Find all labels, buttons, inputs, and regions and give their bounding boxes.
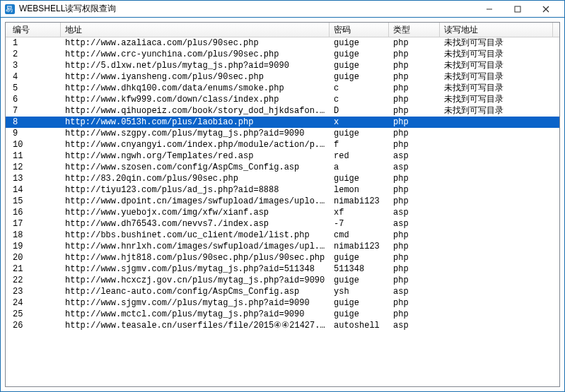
cell-password: -7 xyxy=(330,218,389,230)
cell-url: http://www.dpoint.cn/images/swfupload/im… xyxy=(61,196,330,207)
cell-type: asp xyxy=(389,207,440,218)
listview[interactable]: 编号 地址 密码 类型 读写地址 1http://www.azaliaca.co… xyxy=(5,22,560,387)
cell-password: D xyxy=(330,105,389,117)
table-row[interactable]: 13http://83.20qin.com/plus/90sec.phpguig… xyxy=(6,173,559,184)
cell-rw xyxy=(440,275,553,286)
cell-type: php xyxy=(389,94,440,105)
cell-url: http://www.azaliaca.com/plus/90sec.php xyxy=(61,37,330,49)
cell-password: x xyxy=(330,117,389,128)
cell-number: 23 xyxy=(6,286,61,297)
cell-number: 6 xyxy=(6,94,61,105)
cell-password: nimabi123 xyxy=(330,196,389,207)
table-row[interactable]: 3http://5.dlxw.net/plus/mytag_js.php?aid… xyxy=(6,60,559,71)
cell-number: 15 xyxy=(6,196,61,207)
cell-password: red xyxy=(330,150,389,162)
rows-container: 1http://www.azaliaca.com/plus/90sec.phpg… xyxy=(6,37,559,386)
cell-number: 19 xyxy=(6,241,61,252)
cell-rw: 未找到可写目录 xyxy=(440,83,553,94)
cell-url: http://www.crc-yunchina.com/plus/90sec.p… xyxy=(61,49,330,60)
cell-password: guige xyxy=(330,309,389,320)
cell-type: php xyxy=(389,241,440,252)
cell-password: guige xyxy=(330,71,389,83)
cell-number: 1 xyxy=(6,37,61,49)
cell-url: http://83.20qin.com/plus/90sec.php xyxy=(61,173,330,184)
column-headers: 编号 地址 密码 类型 读写地址 xyxy=(6,23,559,37)
cell-rw xyxy=(440,150,553,162)
cell-url: http://www.sjgmv.com/plus/mytag_js.php?a… xyxy=(61,263,330,275)
cell-url: http://www.qihuopeiz.com/book/story_dod_… xyxy=(61,105,330,117)
cell-url: http://leanc-auto.com/config/AspCms_Conf… xyxy=(61,286,330,297)
cell-url: http://www.mctcl.com/plus/mytag_js.php?a… xyxy=(61,309,330,320)
table-row[interactable]: 15http://www.dpoint.cn/images/swfupload/… xyxy=(6,196,559,207)
titlebar[interactable]: WEBSHELL读写权限查询 xyxy=(1,1,564,18)
minimize-button[interactable] xyxy=(475,1,503,17)
table-row[interactable]: 26http://www.teasale.cn/userfiles/file/2… xyxy=(6,320,559,331)
column-header-password[interactable]: 密码 xyxy=(330,23,389,37)
cell-password: cmd xyxy=(330,230,389,241)
cell-type: asp xyxy=(389,320,440,331)
table-row[interactable]: 8http://www.0513h.com/plus/laobiao.phpxp… xyxy=(6,117,559,128)
cell-password: ysh xyxy=(330,286,389,297)
cell-password: guige xyxy=(330,49,389,60)
table-row[interactable]: 7http://www.qihuopeiz.com/book/story_dod… xyxy=(6,105,559,117)
maximize-button[interactable] xyxy=(503,1,532,17)
cell-password: xf xyxy=(330,207,389,218)
cell-rw xyxy=(440,128,553,139)
table-row[interactable]: 20http://www.hjt818.com/plus/90sec.php/p… xyxy=(6,252,559,263)
cell-number: 9 xyxy=(6,128,61,139)
cell-rw xyxy=(440,230,553,241)
cell-rw xyxy=(440,184,553,196)
cell-number: 22 xyxy=(6,275,61,286)
column-header-number[interactable]: 编号 xyxy=(6,23,61,37)
cell-rw xyxy=(440,139,553,150)
cell-password: f xyxy=(330,139,389,150)
table-row[interactable]: 11http://www.ngwh.org/Templates/red.aspr… xyxy=(6,150,559,162)
close-button[interactable] xyxy=(532,1,560,17)
table-row[interactable]: 17http://www.dh76543.com/nevvs7./index.a… xyxy=(6,218,559,230)
cell-password: c xyxy=(330,94,389,105)
column-header-url[interactable]: 地址 xyxy=(61,23,330,37)
cell-type: php xyxy=(389,117,440,128)
table-row[interactable]: 9http://www.szgpy.com/plus/mytag_js.php?… xyxy=(6,128,559,139)
cell-type: php xyxy=(389,230,440,241)
table-row[interactable]: 10http://www.cnyangyi.com/index.php/modu… xyxy=(6,139,559,150)
cell-url: http://www.szosen.com/config/AspCms_Conf… xyxy=(61,162,330,173)
table-row[interactable]: 6http://www.kfw999.com/down/class/index.… xyxy=(6,94,559,105)
cell-rw: 未找到可写目录 xyxy=(440,105,553,117)
cell-rw: 未找到可写目录 xyxy=(440,49,553,60)
table-row[interactable]: 14http://tiyu123.com/plus/ad_js.php?aid=… xyxy=(6,184,559,196)
table-row[interactable]: 22http://www.hcxczj.gov.cn/plus/mytag_js… xyxy=(6,275,559,286)
table-row[interactable]: 21http://www.sjgmv.com/plus/mytag_js.php… xyxy=(6,263,559,275)
cell-type: asp xyxy=(389,218,440,230)
client-area: 编号 地址 密码 类型 读写地址 1http://www.azaliaca.co… xyxy=(1,18,564,391)
column-header-type[interactable]: 类型 xyxy=(389,23,440,37)
table-row[interactable]: 25http://www.mctcl.com/plus/mytag_js.php… xyxy=(6,309,559,320)
table-row[interactable]: 16http://www.yuebojx.com/img/xfw/xianf.a… xyxy=(6,207,559,218)
cell-number: 3 xyxy=(6,60,61,71)
cell-number: 14 xyxy=(6,184,61,196)
table-row[interactable]: 24http://www.sjgmv.com//plus/mytag_js.ph… xyxy=(6,297,559,309)
table-row[interactable]: 19http://www.hnrlxh.com/images/swfupload… xyxy=(6,241,559,252)
table-row[interactable]: 5http://www.dhkq100.com/data/enums/smoke… xyxy=(6,83,559,94)
cell-rw: 未找到可写目录 xyxy=(440,60,553,71)
cell-number: 10 xyxy=(6,139,61,150)
app-window: WEBSHELL读写权限查询 编号 地址 密码 类型 读写地址 1http://… xyxy=(0,0,565,392)
window-title: WEBSHELL读写权限查询 xyxy=(19,3,475,15)
table-row[interactable]: 2http://www.crc-yunchina.com/plus/90sec.… xyxy=(6,49,559,60)
cell-rw xyxy=(440,196,553,207)
cell-type: php xyxy=(389,60,440,71)
table-row[interactable]: 18http://bbs.bushinet.com/uc_client/mode… xyxy=(6,230,559,241)
cell-rw: 未找到可写目录 xyxy=(440,37,553,49)
cell-type: php xyxy=(389,105,440,117)
cell-rw xyxy=(440,263,553,275)
cell-number: 5 xyxy=(6,83,61,94)
table-row[interactable]: 12http://www.szosen.com/config/AspCms_Co… xyxy=(6,162,559,173)
cell-number: 12 xyxy=(6,162,61,173)
column-header-rw[interactable]: 读写地址 xyxy=(440,23,553,37)
cell-url: http://www.hcxczj.gov.cn/plus/mytag_js.p… xyxy=(61,275,330,286)
table-row[interactable]: 1http://www.azaliaca.com/plus/90sec.phpg… xyxy=(6,37,559,49)
cell-password: guige xyxy=(330,275,389,286)
table-row[interactable]: 23http://leanc-auto.com/config/AspCms_Co… xyxy=(6,286,559,297)
cell-url: http://www.iyansheng.com/plus/90sec.php xyxy=(61,71,330,83)
table-row[interactable]: 4http://www.iyansheng.com/plus/90sec.php… xyxy=(6,71,559,83)
